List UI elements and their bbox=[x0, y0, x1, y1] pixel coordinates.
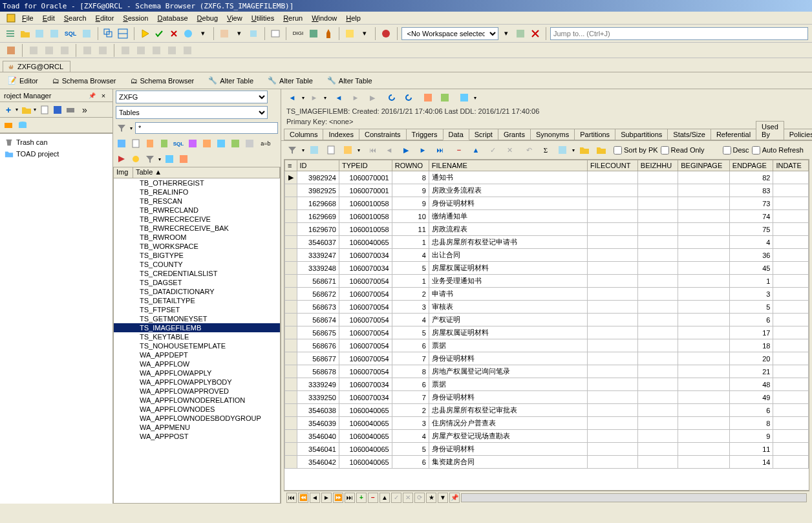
table-row[interactable]: TS_BIGTYPE bbox=[114, 251, 280, 260]
grid-cell[interactable]: 1060070054 bbox=[339, 352, 392, 365]
gt-btn-b[interactable] bbox=[324, 143, 338, 157]
row-indicator[interactable] bbox=[285, 365, 297, 378]
grid-cell[interactable] bbox=[773, 262, 809, 275]
grid-cell[interactable]: 1060010058 bbox=[339, 197, 392, 210]
tab-referential[interactable]: Referential bbox=[710, 129, 756, 140]
grid-cell[interactable]: 1060040065 bbox=[339, 236, 392, 249]
gt-btn-a[interactable] bbox=[307, 143, 321, 157]
grid-row[interactable]: 1629669106001005810缴纳通知单74 bbox=[285, 210, 809, 223]
grid-cell[interactable]: 2 bbox=[392, 404, 429, 417]
grid-cell[interactable] bbox=[637, 275, 678, 288]
table-row[interactable]: TB_RESCAN bbox=[114, 197, 280, 206]
grid-cell[interactable]: 1060070001 bbox=[339, 171, 392, 184]
gt-next[interactable]: ► bbox=[416, 143, 430, 157]
grid-row[interactable]: 333925010600700347身份证明材料49 bbox=[285, 391, 809, 404]
grid-cell[interactable] bbox=[773, 352, 809, 365]
sec-btn-11[interactable] bbox=[180, 43, 195, 58]
table-row[interactable]: WA_APPFLOWAPPROVED bbox=[114, 387, 280, 396]
grid-cell[interactable] bbox=[773, 223, 809, 236]
tool-btn-l[interactable]: ▾ bbox=[358, 27, 372, 41]
table-row[interactable]: WA_APPFLOW bbox=[114, 359, 280, 368]
sec-btn-7[interactable] bbox=[118, 43, 133, 58]
table-row[interactable]: WA_APPPOST bbox=[114, 432, 280, 441]
doc-tab-2[interactable]: 🗂Schema Browser bbox=[127, 76, 198, 86]
grid-cell[interactable]: 11 bbox=[729, 443, 773, 456]
gt-btn-f[interactable] bbox=[594, 143, 608, 157]
row-indicator[interactable] bbox=[285, 391, 297, 404]
table-row[interactable]: TS_FTPSET bbox=[114, 305, 280, 314]
grid-cell[interactable]: 8 bbox=[392, 171, 429, 184]
rnav-refresh[interactable] bbox=[385, 91, 399, 105]
rnav-fwd-dd[interactable]: ► bbox=[307, 91, 321, 105]
grid-row[interactable]: 354604210600400656集资建房合同14 bbox=[285, 456, 809, 469]
grid-cell[interactable] bbox=[588, 443, 638, 456]
desc-checkbox[interactable]: Desc bbox=[723, 146, 749, 155]
grid-cell[interactable] bbox=[637, 262, 678, 275]
mid-btn-4[interactable] bbox=[158, 138, 170, 149]
grid-cell[interactable] bbox=[678, 326, 730, 339]
connection-tab[interactable]: ZXFG@ORCL bbox=[3, 61, 70, 72]
tool-btn-c[interactable] bbox=[182, 27, 195, 41]
grid-cell[interactable]: 568673 bbox=[297, 301, 339, 314]
row-indicator[interactable] bbox=[285, 223, 297, 236]
grid-row[interactable]: 56867810600700548房地产权属登记询问笔录21 bbox=[285, 365, 809, 378]
grid-cell[interactable] bbox=[637, 391, 678, 404]
table-row[interactable]: WA_APPFLOWAPPLY bbox=[114, 368, 280, 378]
grid-cell[interactable]: 房屋权属证明材料 bbox=[429, 262, 587, 275]
grid-cell[interactable] bbox=[773, 184, 809, 197]
mid-btn-8[interactable] bbox=[230, 138, 241, 149]
mid2-btn-1[interactable] bbox=[116, 153, 127, 165]
ws-btn-b[interactable] bbox=[529, 27, 542, 41]
pm-close-button[interactable]: × bbox=[98, 91, 109, 101]
row-indicator[interactable] bbox=[285, 339, 297, 352]
pm-save-button[interactable] bbox=[52, 104, 63, 116]
grid-cell[interactable]: 集资建房合同 bbox=[429, 456, 587, 469]
grid-cell[interactable]: 产权证明 bbox=[429, 314, 587, 326]
grid-cell[interactable] bbox=[588, 210, 638, 223]
gt-x[interactable]: ✕ bbox=[502, 143, 517, 157]
jump-input[interactable] bbox=[550, 27, 808, 40]
nav-prev-page[interactable]: ⏪ bbox=[298, 493, 308, 503]
grid-cell[interactable]: 1060070034 bbox=[339, 378, 392, 391]
grid-cell[interactable] bbox=[588, 171, 638, 184]
row-indicator[interactable] bbox=[285, 210, 297, 223]
grid-cell[interactable]: 3 bbox=[392, 417, 429, 430]
ws-btn-a[interactable] bbox=[514, 27, 528, 41]
grid-cell[interactable] bbox=[678, 391, 730, 404]
sec-btn-10[interactable] bbox=[165, 43, 179, 58]
row-indicator[interactable] bbox=[285, 443, 297, 456]
menu-editor[interactable]: Editor bbox=[92, 13, 118, 23]
nav-first[interactable]: ⏮ bbox=[286, 493, 297, 503]
gt-minus[interactable]: − bbox=[452, 143, 466, 157]
col-table[interactable]: Table ▲ bbox=[133, 167, 280, 178]
table-row[interactable]: TB_RWRECLAND bbox=[114, 206, 280, 215]
grid-cell[interactable]: 缴纳通知单 bbox=[429, 210, 587, 223]
nav-insert[interactable]: + bbox=[356, 493, 367, 503]
grid-cell[interactable] bbox=[637, 352, 678, 365]
table-row[interactable]: TS_COUNTY bbox=[114, 260, 280, 269]
grid-cell[interactable]: 4 bbox=[729, 236, 773, 249]
sec-btn-3[interactable] bbox=[42, 43, 56, 58]
menu-view[interactable]: View bbox=[223, 13, 246, 23]
grid-cell[interactable]: 8 bbox=[729, 417, 773, 430]
grid-cell[interactable] bbox=[773, 171, 809, 184]
table-row[interactable]: TB_OTHERREGIST bbox=[114, 178, 280, 187]
grid-cell[interactable]: 5 bbox=[729, 301, 773, 314]
grid-cell[interactable]: 1060010058 bbox=[339, 210, 392, 223]
grid-row[interactable]: 56867210600700542申请书3 bbox=[285, 288, 809, 301]
grid-cell[interactable]: 住房情况分户普查表 bbox=[429, 417, 587, 430]
grid-cell[interactable]: 忠县房屋所有权登记审批表 bbox=[429, 404, 587, 417]
menu-search[interactable]: Search bbox=[60, 13, 91, 23]
mid-sql-button[interactable]: SQL bbox=[173, 138, 184, 149]
nav-scrollbar[interactable] bbox=[461, 493, 807, 502]
grid-cell[interactable]: 3982925 bbox=[297, 184, 339, 197]
grid-cell[interactable] bbox=[773, 301, 809, 314]
gt-prev[interactable]: ◄ bbox=[382, 143, 396, 157]
row-indicator[interactable] bbox=[285, 197, 297, 210]
grid-cell[interactable]: 6 bbox=[392, 339, 429, 352]
sql-button[interactable]: SQL bbox=[62, 27, 79, 41]
funnel-icon[interactable] bbox=[116, 122, 127, 134]
table-row[interactable]: TS_KEYTABLE bbox=[114, 332, 280, 341]
grid-cell[interactable] bbox=[637, 249, 678, 262]
grid-cell[interactable] bbox=[773, 430, 809, 443]
